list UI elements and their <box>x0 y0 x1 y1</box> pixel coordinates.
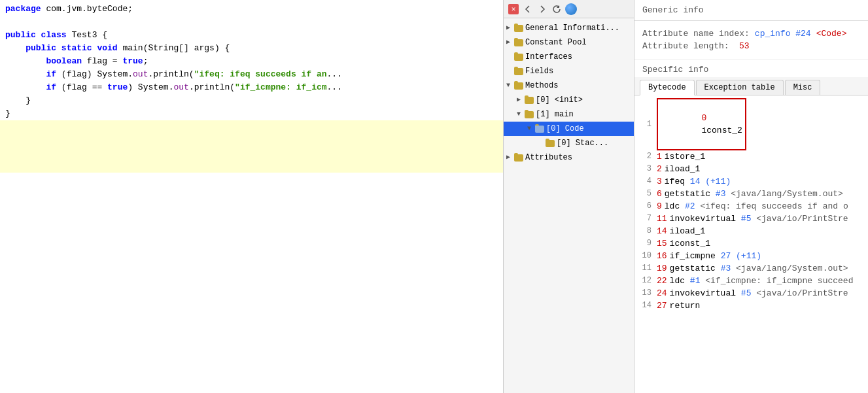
bc-extra: <java/lang/System.out> <box>731 262 848 275</box>
code-area[interactable]: package com.jvm.byteCode; public class T… <box>0 0 503 393</box>
keyword: void <box>97 42 122 55</box>
class-file-tree-panel: ✕ ▶ General Informati... ▶ Constant P <box>504 0 634 393</box>
tree-item-label: [0] Stac... <box>557 137 608 149</box>
bc-linenum: 8 <box>640 225 651 237</box>
code-text: (flag) System. <box>61 68 133 81</box>
bc-opcode: ldc <box>670 275 690 287</box>
tree-item-init[interactable]: ▶ [0] <init> <box>504 93 634 107</box>
tabs-row: Bytecode Exception table Misc <box>634 77 868 95</box>
tree-item-label: [1] main <box>536 109 574 120</box>
keyword: package <box>5 3 46 16</box>
tree-item-code[interactable]: ▼ [0] Code <box>504 122 634 136</box>
code-text: } <box>5 94 31 107</box>
bc-index: 19 <box>657 262 667 275</box>
bytecode-line: 4 3 ifeq 14 (+11) <box>640 175 863 188</box>
bc-extra: <java/io/PrintStre <box>751 287 848 299</box>
arrow-icon: ▼ <box>527 123 535 135</box>
bc-opcode: istore_1 <box>665 150 705 163</box>
code-line: if (flag) System.out.println("ifeq: ifeq… <box>0 68 503 81</box>
bc-opcode: invokevirtual <box>670 213 741 225</box>
tree-content[interactable]: ▶ General Informati... ▶ Constant Pool I… <box>504 18 634 393</box>
tree-item-methods[interactable]: ▼ Methods <box>504 78 634 93</box>
bc-linenum: 14 <box>640 299 651 312</box>
tree-item-label: Fields <box>525 65 553 77</box>
code-editor-panel: package com.jvm.byteCode; public class T… <box>0 0 504 393</box>
bc-index: 22 <box>657 275 667 287</box>
globe-button[interactable] <box>565 3 577 15</box>
forward-icon <box>537 4 547 14</box>
tree-item-label: General Informati... <box>525 22 619 34</box>
close-icon: ✕ <box>508 4 519 14</box>
keyword: true <box>107 81 128 94</box>
string-literal: "if_icmpne: if_icm <box>235 81 326 94</box>
bc-opcode: ldc <box>665 200 685 213</box>
code-text: (flag == <box>61 81 107 94</box>
tree-item-fields[interactable]: Fields <box>504 64 634 78</box>
code-text: main(String[] args) { <box>122 42 230 55</box>
tree-item-interfaces[interactable]: Interfaces <box>504 50 634 64</box>
keyword: static <box>61 42 97 55</box>
code-text: ... <box>327 68 342 81</box>
folder-icon <box>535 126 544 133</box>
tree-item-general[interactable]: ▶ General Informati... <box>504 21 634 35</box>
bc-index: 27 <box>657 299 667 312</box>
arrow-icon: ▶ <box>506 152 514 163</box>
bc-index: 6 <box>657 188 662 200</box>
tree-item-label: Attributes <box>525 152 572 163</box>
bytecode-line: 10 16 if_icmpne 27 (+11) <box>640 250 863 262</box>
specific-info-title: Specific info <box>634 60 868 77</box>
bc-ref: #2 <box>685 200 695 213</box>
bytecode-line: 13 24 invokevirtual #5 <java/io/PrintStr… <box>640 287 863 299</box>
bytecode-line: 3 2 iload_1 <box>640 163 863 175</box>
bc-extra: <java/io/PrintStre <box>751 213 848 225</box>
tab-bytecode[interactable]: Bytecode <box>640 80 695 95</box>
bc-index: 2 <box>657 163 662 175</box>
bc-linenum: 5 <box>640 188 651 200</box>
keyword: public <box>5 29 41 42</box>
bc-ref: #5 <box>741 213 752 225</box>
arrow-icon <box>506 51 514 63</box>
attribute-name-label: Attribute name index: <box>642 29 750 39</box>
tree-item-attributes[interactable]: ▶ Attributes <box>504 150 634 165</box>
bytecode-area[interactable]: 1 0 iconst_2 2 1 istore_1 3 2 iload_1 4 … <box>634 95 868 393</box>
code-text: .println( <box>148 68 194 81</box>
tree-item-main[interactable]: ▼ [1] main <box>504 107 634 122</box>
bc-linenum: 10 <box>640 250 651 262</box>
bc-ref: #3 <box>716 188 726 200</box>
tree-item-label: Constant Pool <box>525 37 587 48</box>
code-line: boolean flag = true; <box>0 55 503 68</box>
bc-ref: #3 <box>721 262 731 275</box>
tree-item-label: Interfaces <box>525 51 572 63</box>
arrow-icon <box>538 137 546 149</box>
attribute-length-row: Attribute length: 53 <box>642 41 860 51</box>
refresh-button[interactable] <box>551 3 563 15</box>
bc-linenum: 13 <box>640 287 651 299</box>
attribute-name-extra: <Code> <box>816 29 847 39</box>
close-button[interactable]: ✕ <box>508 3 519 15</box>
generic-info-header: Generic info <box>634 0 868 21</box>
tree-item-constant-pool[interactable]: ▶ Constant Pool <box>504 35 634 50</box>
bc-index: 0 <box>701 113 706 123</box>
arrow-icon: ▼ <box>517 109 525 120</box>
attribute-length-label: Attribute length: <box>642 41 734 51</box>
arrow-icon: ▶ <box>506 37 514 48</box>
forward-button[interactable] <box>536 3 548 15</box>
tab-exception-table[interactable]: Exception table <box>696 80 784 95</box>
tree-item-label: [0] <init> <box>536 94 583 106</box>
bytecode-line: 2 1 istore_1 <box>640 150 863 163</box>
folder-icon <box>514 154 523 162</box>
bytecode-line: 14 27 return <box>640 299 863 312</box>
keyword: class <box>41 29 72 42</box>
bc-linenum: 3 <box>640 163 651 175</box>
back-button[interactable] <box>522 3 534 15</box>
bc-opcode: getstatic <box>665 188 716 200</box>
code-text: .println( <box>189 81 235 94</box>
tree-item-stack[interactable]: [0] Stac... <box>504 136 634 150</box>
code-line: } <box>0 107 503 120</box>
bc-index: 15 <box>657 237 667 250</box>
code-line: public static void main(String[] args) { <box>0 42 503 55</box>
code-text <box>5 68 46 81</box>
code-text <box>5 81 46 94</box>
code-line <box>0 16 503 29</box>
tab-misc[interactable]: Misc <box>785 80 821 95</box>
